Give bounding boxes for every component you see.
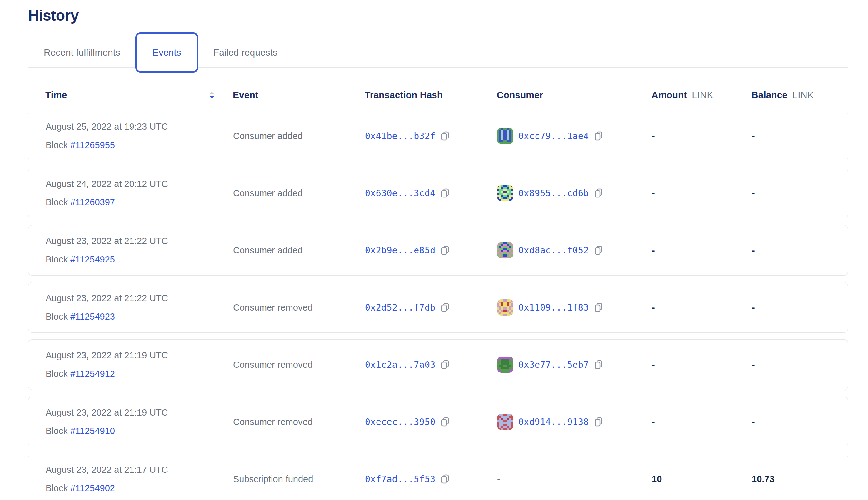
tx-hash-cell: 0x2b9e...e85d bbox=[348, 245, 480, 255]
amount-cell: 10 bbox=[635, 474, 734, 484]
block-label: Block bbox=[46, 311, 70, 321]
block-label: Block bbox=[46, 369, 70, 379]
block-line: Block #11254902 bbox=[46, 483, 216, 493]
unit-label: LINK bbox=[692, 90, 713, 100]
time-cell: August 25, 2022 at 19:23 UTC Block #1126… bbox=[28, 122, 216, 150]
tx-hash-cell: 0xecec...3950 bbox=[348, 417, 480, 427]
tab-label: Events bbox=[152, 47, 181, 58]
block-label: Block bbox=[46, 197, 70, 207]
tx-hash-link[interactable]: 0xf7ad...5f53 bbox=[365, 474, 436, 484]
block-number-link[interactable]: #11260397 bbox=[70, 197, 115, 207]
column-label: Transaction Hash bbox=[365, 90, 443, 100]
table-row: August 23, 2022 at 21:19 UTC Block #1125… bbox=[28, 397, 848, 447]
balance-cell: 10.73 bbox=[734, 474, 848, 484]
tx-hash-link[interactable]: 0x630e...3cd4 bbox=[365, 188, 436, 198]
copy-icon[interactable] bbox=[441, 131, 450, 141]
tx-hash-link[interactable]: 0xecec...3950 bbox=[365, 417, 436, 427]
balance-cell: - bbox=[734, 417, 848, 427]
table-row: August 24, 2022 at 20:12 UTC Block #1126… bbox=[28, 168, 848, 218]
tx-hash-cell: 0x41be...b32f bbox=[348, 131, 480, 141]
column-label: Time bbox=[45, 90, 67, 100]
consumer-avatar bbox=[497, 356, 513, 373]
tx-hash-cell: 0x1c2a...7a03 bbox=[348, 360, 480, 370]
block-number-link[interactable]: #11254923 bbox=[70, 311, 115, 321]
column-label: Consumer bbox=[497, 90, 543, 100]
row-date: August 23, 2022 at 21:17 UTC bbox=[46, 465, 216, 475]
copy-icon[interactable] bbox=[594, 417, 603, 427]
tx-hash-link[interactable]: 0x2d52...f7db bbox=[365, 303, 436, 313]
block-line: Block #11254923 bbox=[46, 311, 216, 322]
column-header-transaction-hash: Transaction Hash bbox=[347, 90, 480, 100]
block-number-link[interactable]: #11254902 bbox=[70, 483, 115, 493]
tx-hash-cell: 0x2d52...f7db bbox=[348, 303, 480, 313]
sort-descending-icon[interactable] bbox=[209, 92, 214, 99]
tab-recent-fulfillments[interactable]: Recent fulfillments bbox=[44, 47, 120, 58]
block-label: Block bbox=[46, 140, 70, 150]
consumer-address-link[interactable]: 0x8955...cd6b bbox=[518, 188, 589, 198]
consumer-avatar bbox=[497, 185, 513, 201]
amount-cell: - bbox=[635, 303, 734, 313]
consumer-address-link[interactable]: 0xd8ac...f052 bbox=[518, 245, 589, 255]
balance-cell: - bbox=[734, 303, 848, 313]
tab-failed-requests[interactable]: Failed requests bbox=[214, 47, 277, 58]
copy-icon[interactable] bbox=[594, 131, 603, 141]
block-number-link[interactable]: #11254910 bbox=[70, 426, 115, 436]
copy-icon[interactable] bbox=[441, 417, 450, 427]
column-header-consumer: Consumer bbox=[480, 90, 634, 100]
balance-cell: - bbox=[734, 131, 848, 141]
block-number-link[interactable]: #11254925 bbox=[70, 254, 115, 264]
copy-icon[interactable] bbox=[594, 188, 603, 198]
table-header: Time Event Transaction Hash Consumer Amo… bbox=[28, 79, 848, 111]
copy-icon[interactable] bbox=[441, 245, 450, 255]
consumer-avatar bbox=[497, 242, 513, 259]
consumer-address-link[interactable]: 0x3e77...5eb7 bbox=[518, 360, 589, 370]
copy-icon[interactable] bbox=[594, 303, 603, 312]
tx-hash-link[interactable]: 0x41be...b32f bbox=[365, 131, 436, 141]
row-date: August 23, 2022 at 21:22 UTC bbox=[46, 236, 216, 246]
tab-events[interactable]: Events bbox=[135, 33, 198, 72]
block-label: Block bbox=[46, 426, 70, 436]
consumer-avatar bbox=[497, 414, 513, 430]
copy-icon[interactable] bbox=[441, 188, 450, 198]
copy-icon[interactable] bbox=[441, 474, 450, 484]
copy-icon[interactable] bbox=[441, 303, 450, 312]
unit-label: LINK bbox=[792, 90, 814, 100]
column-label: Event bbox=[233, 90, 259, 100]
amount-cell: - bbox=[635, 188, 734, 198]
balance-cell: - bbox=[734, 360, 848, 370]
consumer-cell: - bbox=[480, 474, 635, 484]
consumer-address-link[interactable]: 0xd914...9138 bbox=[518, 417, 589, 427]
consumer-cell: 0xd8ac...f052 bbox=[480, 242, 635, 259]
consumer-address-link[interactable]: 0x1109...1f83 bbox=[518, 303, 589, 313]
column-header-balance: Balance LINK bbox=[734, 90, 848, 100]
event-cell: Consumer removed bbox=[216, 417, 348, 427]
consumer-cell: 0x3e77...5eb7 bbox=[480, 356, 635, 373]
copy-icon[interactable] bbox=[441, 360, 450, 370]
consumer-cell: 0xcc79...1ae4 bbox=[480, 128, 635, 144]
row-date: August 23, 2022 at 21:19 UTC bbox=[46, 408, 216, 418]
block-number-link[interactable]: #11254912 bbox=[70, 369, 115, 379]
block-number-link[interactable]: #11265955 bbox=[70, 140, 115, 150]
event-cell: Consumer removed bbox=[216, 303, 348, 313]
consumer-empty-dash: - bbox=[497, 474, 500, 484]
consumer-address-link[interactable]: 0xcc79...1ae4 bbox=[518, 131, 589, 141]
block-line: Block #11260397 bbox=[46, 197, 216, 207]
balance-cell: - bbox=[734, 188, 848, 198]
block-label: Block bbox=[46, 483, 70, 493]
amount-cell: - bbox=[635, 360, 734, 370]
block-line: Block #11265955 bbox=[46, 140, 216, 150]
history-page: History Recent fulfillments Events Faile… bbox=[0, 0, 868, 500]
balance-cell: - bbox=[734, 245, 848, 255]
tx-hash-link[interactable]: 0x2b9e...e85d bbox=[365, 245, 436, 255]
row-date: August 24, 2022 at 20:12 UTC bbox=[46, 179, 216, 189]
column-label: Amount bbox=[651, 90, 687, 100]
column-header-event: Event bbox=[216, 90, 347, 100]
consumer-cell: 0xd914...9138 bbox=[480, 414, 635, 430]
row-date: August 23, 2022 at 21:22 UTC bbox=[46, 293, 216, 304]
consumer-avatar bbox=[497, 128, 513, 144]
consumer-avatar bbox=[497, 299, 513, 316]
copy-icon[interactable] bbox=[594, 360, 603, 370]
tx-hash-link[interactable]: 0x1c2a...7a03 bbox=[365, 360, 436, 370]
block-label: Block bbox=[46, 254, 70, 264]
copy-icon[interactable] bbox=[594, 245, 603, 255]
